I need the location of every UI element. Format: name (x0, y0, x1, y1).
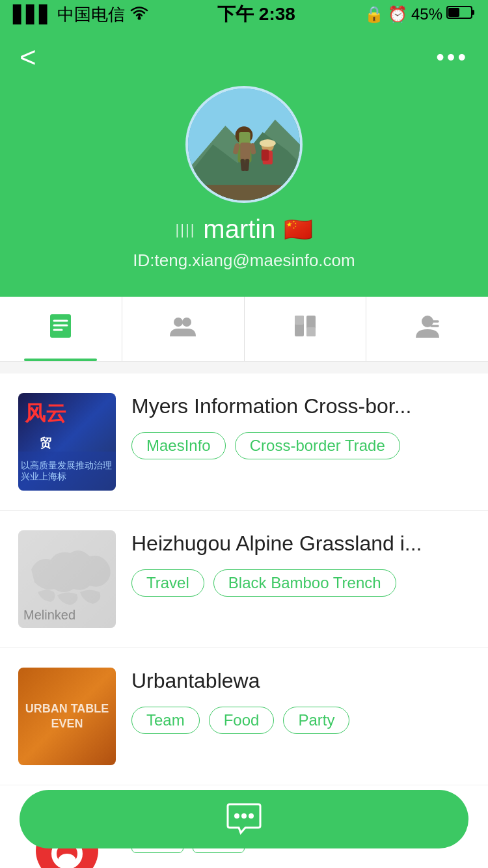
chat-button[interactable] (20, 790, 468, 848)
melinked-label: Melinked (23, 608, 75, 623)
item-content-1: Myers Information Cross-bor... MaesInfo … (131, 393, 470, 459)
svg-point-0 (138, 16, 141, 20)
list-item[interactable]: 风云贸 以高质量发展推动治理兴业上海标 Myers Information Cr… (0, 373, 488, 511)
tag-maesinfo[interactable]: MaesInfo (131, 432, 226, 459)
tab-profile[interactable] (366, 297, 488, 361)
country-flag: 🇨🇳 (284, 216, 313, 243)
urban-table-label: URBAN TABLE EVEN (18, 701, 116, 732)
profile-icon (413, 312, 442, 347)
profile-name: martin (203, 215, 275, 244)
profile-name-row: |||| martin 🇨🇳 (176, 215, 313, 244)
svg-point-39 (234, 813, 239, 819)
posts-icon (46, 312, 75, 347)
tab-bar (0, 297, 488, 362)
tag-travel[interactable]: Travel (131, 569, 204, 597)
wifi-icon (130, 5, 148, 25)
status-right: 🔒 ⏰ 45% (364, 5, 475, 24)
svg-point-24 (174, 318, 183, 327)
list-item[interactable]: URBAN TABLE EVEN Urbantablewa Team Food … (0, 648, 488, 785)
svg-rect-29 (306, 327, 316, 336)
tag-food[interactable]: Food (209, 707, 275, 734)
item-content-2: Heizhugou Alpine Grassland i... Travel B… (131, 530, 470, 597)
svg-rect-11 (240, 142, 250, 160)
item-tags-1: MaesInfo Cross-border Trade (131, 432, 470, 459)
svg-point-41 (249, 813, 254, 819)
more-button[interactable]: ••• (436, 44, 468, 71)
tag-blackbamboo[interactable]: Black Bamboo Trench (213, 569, 396, 597)
item-tags-3: Team Food Party (131, 707, 470, 734)
wechat-id-prefix: |||| (176, 221, 196, 238)
status-left: ▋▋▋ 中国电信 (13, 3, 148, 26)
tag-crossborder[interactable]: Cross-border Trade (235, 432, 400, 459)
item-thumbnail-2: Melinked (18, 530, 116, 628)
item-title-2: Heizhugou Alpine Grassland i... (131, 530, 470, 558)
moments-icon (291, 312, 319, 347)
tag-party[interactable]: Party (283, 707, 349, 734)
item-thumbnail-1: 风云贸 以高质量发展推动治理兴业上海标 (18, 393, 116, 491)
signal-icon: ▋▋▋ (13, 5, 52, 25)
profile-email: ID:teng.xiang@maesinfo.com (133, 251, 355, 271)
item-tags-2: Travel Black Bamboo Trench (131, 569, 470, 597)
item-title-3: Urbantablewa (131, 668, 470, 695)
item-title-1: Myers Information Cross-bor... (131, 393, 470, 420)
list-item[interactable]: Melinked Heizhugou Alpine Grassland i...… (0, 511, 488, 648)
back-button[interactable]: < (20, 41, 36, 74)
alarm-icon: ⏰ (388, 5, 407, 23)
svg-rect-2 (472, 10, 474, 15)
item-content-3: Urbantablewa Team Food Party (131, 668, 470, 734)
svg-rect-18 (262, 150, 269, 161)
tab-moments[interactable] (245, 297, 367, 361)
contacts-icon (169, 312, 197, 347)
bottom-bar (0, 780, 488, 868)
tab-posts[interactable] (0, 297, 122, 361)
svg-rect-7 (188, 185, 300, 200)
svg-rect-28 (295, 316, 304, 325)
battery-icon (446, 5, 475, 24)
time-label: 下午 2:38 (217, 2, 295, 27)
svg-rect-3 (448, 8, 459, 17)
avatar (185, 86, 303, 203)
item-thumbnail-3: URBAN TABLE EVEN (18, 668, 116, 765)
nav-bar: < ••• (0, 29, 488, 86)
tab-contacts[interactable] (122, 297, 245, 361)
svg-point-25 (182, 318, 191, 327)
chat-bubble-icon (224, 803, 264, 835)
status-bar: ▋▋▋ 中国电信 下午 2:38 🔒 ⏰ 45% (0, 0, 488, 29)
battery-label: 45% (411, 5, 442, 23)
tag-team[interactable]: Team (131, 707, 200, 734)
svg-point-19 (260, 139, 276, 146)
lock-icon: 🔒 (364, 5, 384, 23)
svg-point-40 (241, 813, 247, 819)
profile-section: |||| martin 🇨🇳 ID:teng.xiang@maesinfo.co… (0, 86, 488, 297)
carrier-label: 中国电信 (57, 3, 125, 26)
